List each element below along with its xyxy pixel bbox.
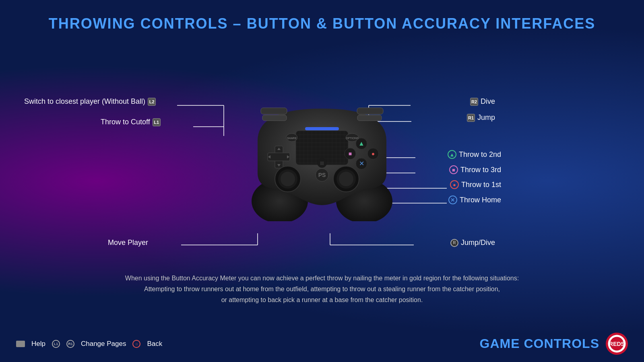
svg-point-77 <box>339 172 353 186</box>
svg-text:✕: ✕ <box>359 160 364 167</box>
page-title: THROWING CONTROLS – BUTTON & BUTTON ACCU… <box>0 0 644 32</box>
svg-text:▲: ▲ <box>358 140 365 147</box>
throw-cutoff-label: Throw to Cutoff L1 <box>101 118 161 126</box>
r-stick-icon: R <box>450 239 458 247</box>
throw-1st-label: ● Throw to 1st <box>450 180 501 189</box>
svg-text:■: ■ <box>349 150 352 157</box>
svg-point-56 <box>322 164 323 165</box>
triangle-icon: ▲ <box>448 150 456 159</box>
throw-3rd-label: ■ Throw to 3rd <box>449 165 501 174</box>
throw-home-label: ✕ Throw Home <box>448 195 501 204</box>
circle-icon: ● <box>450 180 459 189</box>
svg-point-52 <box>320 163 322 164</box>
svg-point-74 <box>281 172 295 186</box>
back-label: Back <box>147 340 162 348</box>
svg-point-53 <box>322 163 323 164</box>
r1-badge: R1 <box>467 114 475 122</box>
controller-image: SHARE OPTIONS PS <box>217 84 427 221</box>
svg-text:REDS: REDS <box>609 341 625 347</box>
svg-text:SHARE: SHARE <box>287 137 297 140</box>
r2-badge: R2 <box>470 98 478 106</box>
game-controls-label: GAME CONTROLS <box>480 336 599 351</box>
footer-brand: GAME CONTROLS REDS <box>480 333 628 355</box>
cross-icon: ✕ <box>448 195 457 204</box>
r1-footer-btn: R1 <box>66 340 74 348</box>
square-icon: ■ <box>449 165 458 174</box>
reds-logo: REDS <box>606 333 628 355</box>
svg-text:OPTIONS: OPTIONS <box>346 137 359 140</box>
help-label: Help <box>31 340 45 348</box>
l1-footer-btn: L1 <box>52 340 60 348</box>
footer: Help L1 R1 Change Pages ○ Back GAME CONT… <box>0 333 644 355</box>
change-pages-label: Change Pages <box>81 340 126 348</box>
svg-rect-17 <box>262 115 287 121</box>
throw-2nd-label: ▲ Throw to 2nd <box>448 150 501 159</box>
help-icon <box>16 341 25 347</box>
switch-player-label: Switch to closest player (Without Ball) … <box>24 97 156 106</box>
diagram-area: Switch to closest player (Without Ball) … <box>0 36 644 269</box>
l1-badge: L1 <box>153 118 161 126</box>
svg-text:PS: PS <box>318 172 326 178</box>
svg-point-49 <box>320 162 322 163</box>
svg-point-50 <box>322 162 323 163</box>
svg-point-57 <box>323 164 324 165</box>
description-text: When using the Button Accuracy Meter you… <box>0 273 644 306</box>
dive-label: R2 Dive <box>470 97 495 106</box>
move-player-label: Move Player <box>108 239 148 247</box>
l2-badge: L2 <box>148 98 156 106</box>
svg-point-55 <box>320 164 322 165</box>
svg-rect-59 <box>268 153 290 161</box>
svg-point-54 <box>323 163 324 164</box>
footer-controls: Help L1 R1 Change Pages ○ Back <box>16 340 162 348</box>
svg-rect-16 <box>261 108 287 114</box>
svg-text:●: ● <box>372 150 375 157</box>
svg-rect-19 <box>357 115 382 121</box>
svg-rect-18 <box>357 108 383 114</box>
svg-point-51 <box>323 162 324 163</box>
svg-rect-41 <box>305 127 339 130</box>
jump-label: R1 Jump <box>467 113 495 122</box>
jump-dive-label: R Jump/Dive <box>450 239 495 247</box>
circle-footer-btn: ○ <box>132 340 140 348</box>
